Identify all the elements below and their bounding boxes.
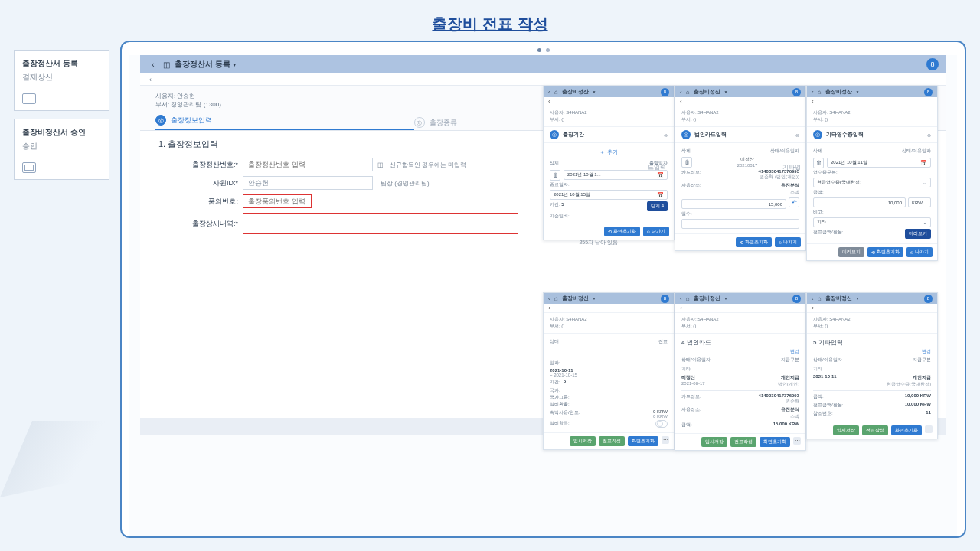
trash-icon[interactable]: 🗑 bbox=[681, 157, 692, 168]
back-icon[interactable]: ‹ bbox=[149, 76, 152, 83]
back-row[interactable]: ‹ bbox=[807, 97, 937, 106]
avatar[interactable]: 8 bbox=[792, 295, 801, 303]
meta-dept: 부서: () bbox=[681, 323, 799, 330]
home-icon[interactable]: ⌂ bbox=[686, 295, 690, 302]
save-draft-button[interactable]: 임시저장 bbox=[833, 425, 859, 435]
avatar[interactable]: 8 bbox=[661, 295, 669, 303]
calendar-icon[interactable]: 📅 bbox=[657, 172, 664, 178]
start-date[interactable]: 2021년 10월 1... bbox=[567, 171, 601, 178]
create-slip-button[interactable]: 전표작성 bbox=[730, 437, 756, 447]
preview-button-2[interactable]: 미리보기 bbox=[838, 247, 864, 257]
back-row[interactable]: ‹ bbox=[675, 304, 805, 313]
sidebar-card-approve[interactable]: 출장비정산서 승인 승인 bbox=[14, 119, 109, 180]
back-icon[interactable]: ‹ bbox=[548, 295, 550, 302]
home-icon[interactable]: ⌂ bbox=[554, 295, 558, 302]
change-link[interactable]: 변경 bbox=[813, 348, 931, 355]
add-label: 추가 bbox=[607, 148, 618, 156]
create-slip-button[interactable]: 전표작성 bbox=[862, 425, 888, 435]
receipt-type[interactable]: 현금영수증(국내한정) bbox=[817, 179, 861, 186]
meta-dept: 부서: () bbox=[681, 116, 799, 123]
home-icon[interactable]: ⌂ bbox=[818, 295, 822, 302]
avatar[interactable]: 8 bbox=[792, 88, 801, 96]
more-icon[interactable]: ⋯ bbox=[662, 436, 669, 444]
wizard-peek: 드입력 bbox=[648, 163, 666, 171]
avatar[interactable]: 8 bbox=[926, 58, 939, 70]
exit-button[interactable]: ⎋ 나가기 bbox=[643, 227, 669, 236]
input-employee[interactable] bbox=[243, 176, 373, 190]
label-place: 사용장소: bbox=[681, 406, 701, 420]
reset-button[interactable]: 화면초기화 bbox=[628, 436, 658, 446]
change-link[interactable]: 변경 bbox=[681, 348, 799, 355]
meta-user: 사용자: S4HANA2 bbox=[550, 316, 668, 323]
place2: 스넥 bbox=[790, 414, 799, 419]
back-row[interactable]: ‹ bbox=[807, 304, 937, 313]
sub-label: 기타 bbox=[681, 366, 799, 373]
chevron-down-icon[interactable]: ▼ bbox=[593, 90, 596, 94]
undo-icon[interactable]: ↶ bbox=[789, 197, 799, 207]
tab-label: 출장기간 bbox=[563, 131, 584, 139]
input-approval-no[interactable] bbox=[243, 194, 312, 208]
label-memo: 비고: bbox=[813, 209, 931, 216]
label-amount: 금액: bbox=[681, 422, 692, 429]
card-title: 출장비정산 bbox=[694, 88, 720, 96]
reset-button[interactable]: 화면초기화 bbox=[760, 437, 790, 447]
wizard-step-1[interactable]: ◎출장정보입력 bbox=[155, 115, 414, 130]
reset-button[interactable]: ⟲ 화면초기화 bbox=[867, 247, 903, 257]
trash-icon[interactable]: 🗑 bbox=[550, 170, 560, 181]
preview-button[interactable]: 미리보기 bbox=[905, 229, 931, 239]
chevron-down-icon[interactable]: ⌄ bbox=[923, 180, 927, 186]
back-icon[interactable]: ‹ bbox=[680, 295, 682, 302]
create-slip-button[interactable]: 전표작성 bbox=[599, 436, 625, 446]
exit-button[interactable]: ⎋ 나가기 bbox=[906, 247, 933, 257]
trash-icon[interactable]: 🗑 bbox=[813, 158, 824, 168]
back-icon[interactable]: ‹ bbox=[812, 89, 814, 96]
back-icon[interactable]: ‹ bbox=[548, 89, 550, 96]
avatar[interactable]: 8 bbox=[924, 88, 933, 96]
back-icon[interactable]: ‹ bbox=[680, 89, 682, 96]
calendar-icon[interactable]: 📅 bbox=[657, 192, 664, 198]
avatar[interactable]: 8 bbox=[661, 88, 669, 96]
col-status-date: 상태/이용일자 bbox=[813, 357, 842, 364]
reset-button[interactable]: ⟲ 화면초기화 bbox=[736, 237, 772, 247]
textarea-detail[interactable] bbox=[243, 213, 518, 234]
back-row[interactable]: ‹ bbox=[544, 97, 674, 106]
home-icon[interactable]: ⌂ bbox=[686, 89, 690, 96]
amount-value[interactable]: 15,000 bbox=[769, 202, 782, 207]
avatar[interactable]: 8 bbox=[924, 295, 933, 303]
date-to: ~ 2021-10-15 bbox=[550, 373, 668, 377]
label-daily-item: 일비항목: bbox=[550, 420, 570, 428]
add-row[interactable]: ＋추가 bbox=[550, 146, 668, 158]
calendar-icon[interactable]: 📅 bbox=[920, 160, 927, 166]
chevron-down-icon[interactable]: ▼ bbox=[232, 62, 237, 67]
reset-button[interactable]: ⟲ 화면초기화 bbox=[604, 227, 640, 236]
card-title: 출장비정산 bbox=[562, 88, 589, 96]
back-row[interactable]: ‹ bbox=[675, 97, 805, 106]
mobile-card-receipt: ‹⌂출장비정산▼8 ‹ 사용자: S4HANA2부서: () 기타영 ◎기타영수… bbox=[806, 86, 938, 261]
more-icon[interactable]: ⋯ bbox=[925, 425, 933, 433]
back-icon[interactable]: ‹ bbox=[148, 60, 158, 69]
toggle-icon[interactable] bbox=[657, 421, 663, 427]
save-draft-button[interactable]: 임시저장 bbox=[701, 437, 727, 447]
end-date[interactable]: 2021년 10월 15일 bbox=[554, 191, 590, 198]
amount-input[interactable]: 10,000 bbox=[813, 197, 906, 207]
back-icon[interactable]: ‹ bbox=[812, 295, 814, 302]
memo-input[interactable]: 기타 bbox=[817, 219, 826, 226]
reset-button[interactable]: 화면초기화 bbox=[891, 425, 922, 435]
sidebar-card-register[interactable]: 출장정산서 등록 결재상신 bbox=[14, 50, 109, 111]
home-icon[interactable]: ⌂ bbox=[818, 89, 822, 96]
back-row[interactable]: ‹ bbox=[544, 304, 674, 313]
home-icon[interactable]: ⌂ bbox=[554, 89, 558, 96]
mobile-card-summary: ‹⌂출장비정산▼8 ‹ 사용자: S4HANA2부서: () 상태전표 일자: … bbox=[543, 292, 675, 450]
save-draft-button[interactable]: 임시저장 bbox=[570, 436, 596, 446]
currency[interactable]: KRW bbox=[908, 197, 931, 207]
collapse-icon[interactable]: ⊖ bbox=[664, 132, 668, 138]
app-icon: ◫ bbox=[163, 60, 170, 69]
paytype-sub: 현금영수증(국내한정) bbox=[887, 382, 931, 386]
sidebar-card-title: 출장정산서 등록 bbox=[22, 58, 101, 69]
days-input[interactable] bbox=[681, 219, 799, 229]
exit-button[interactable]: ⎋ 나가기 bbox=[775, 237, 801, 247]
receipt-date[interactable]: 2021년 10월 11일 bbox=[831, 159, 867, 166]
input-trip-number[interactable] bbox=[243, 158, 373, 171]
more-icon[interactable]: ⋯ bbox=[793, 437, 801, 445]
step-button[interactable]: 단계 4 bbox=[647, 201, 668, 211]
